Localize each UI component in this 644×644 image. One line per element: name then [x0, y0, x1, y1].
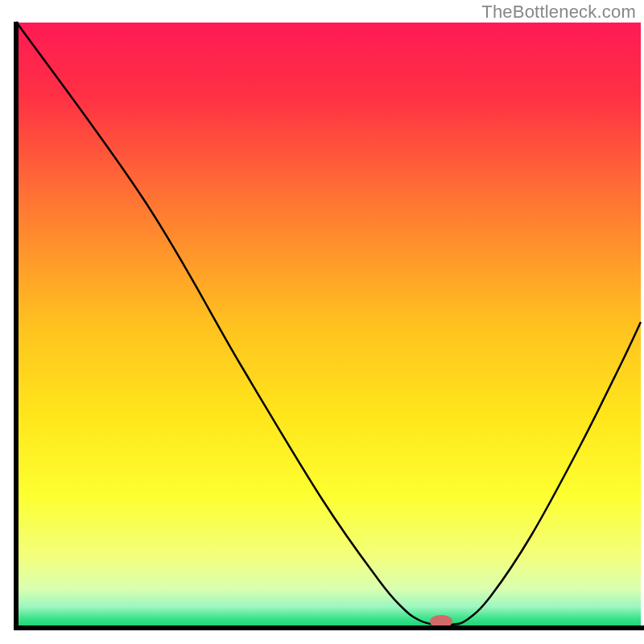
chart-container: TheBottleneck.com	[0, 0, 644, 644]
plot-background	[16, 23, 641, 628]
bottleneck-chart	[0, 0, 644, 644]
watermark-text: TheBottleneck.com	[481, 2, 636, 23]
